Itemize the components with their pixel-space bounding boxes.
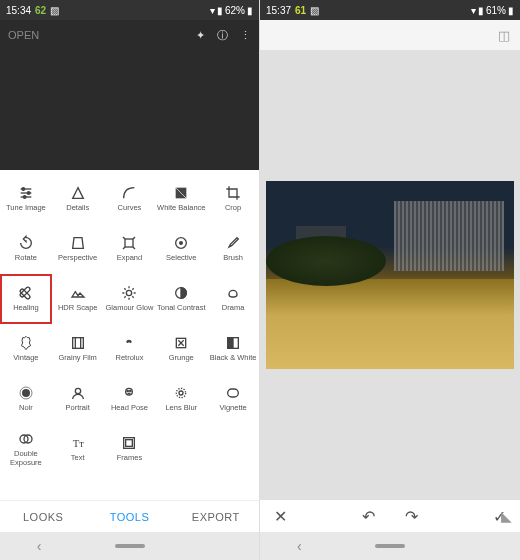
tool-expand[interactable]: Expand <box>104 224 156 274</box>
tool-frames[interactable]: Frames <box>104 424 156 474</box>
tool-tonal-contrast[interactable]: Tonal Contrast <box>155 274 207 324</box>
tool-curves[interactable]: Curves <box>104 174 156 224</box>
tool-label: Black & White <box>210 354 257 362</box>
tool-label: Curves <box>118 204 142 212</box>
film-icon <box>70 335 86 351</box>
tool-grainy-film[interactable]: Grainy Film <box>52 324 104 374</box>
overflow-icon[interactable]: ⋮ <box>240 29 251 42</box>
tool-vintage[interactable]: Vintage <box>0 324 52 374</box>
tool-text[interactable]: TтText <box>52 424 104 474</box>
wb-icon <box>173 185 189 201</box>
tool-label: Glamour Glow <box>106 304 154 312</box>
tab-export[interactable]: EXPORT <box>173 501 259 532</box>
grunge-icon <box>173 335 189 351</box>
status-time: 15:37 <box>266 5 291 16</box>
tool-tune-image[interactable]: Tune Image <box>0 174 52 224</box>
tool-brush[interactable]: Brush <box>207 224 259 274</box>
nav-back-icon[interactable]: ‹ <box>37 538 42 554</box>
tool-label: Grunge <box>169 354 194 362</box>
tonal-icon <box>173 285 189 301</box>
nav-home-icon[interactable] <box>375 544 405 548</box>
drama-icon <box>225 285 241 301</box>
tool-label: Tonal Contrast <box>157 304 205 312</box>
open-button[interactable]: OPEN <box>8 29 39 41</box>
tool-healing[interactable]: Healing <box>0 274 52 324</box>
brush-icon <box>225 235 241 251</box>
tool-label: White Balance <box>157 204 205 212</box>
tool-label: Head Pose <box>111 404 148 412</box>
action-bar: ✕ ↶ ↷ ✓ <box>260 500 520 532</box>
bw-icon <box>225 335 241 351</box>
svg-rect-14 <box>72 338 83 349</box>
bookmark-icon[interactable]: ◣ <box>501 508 512 524</box>
tool-head-pose[interactable]: Head Pose <box>104 374 156 424</box>
status-time: 15:34 <box>6 5 31 16</box>
svg-rect-19 <box>228 338 233 349</box>
autofix-icon[interactable]: ✦ <box>196 29 205 42</box>
redo-button[interactable]: ↷ <box>405 507 418 526</box>
compare-icon[interactable]: ◫ <box>498 28 510 43</box>
nav-home-icon[interactable] <box>115 544 145 548</box>
tool-drama[interactable]: Drama <box>207 274 259 324</box>
headpose-icon <box>121 385 137 401</box>
status-bar: 15:34 62 ▧ ▾ ▮ 62% ▮ <box>0 0 259 20</box>
tool-white-balance[interactable]: White Balance <box>155 174 207 224</box>
hdr-icon <box>70 285 86 301</box>
tool-grunge[interactable]: Grunge <box>155 324 207 374</box>
image-preview-empty <box>0 50 259 170</box>
tab-looks[interactable]: LOOKS <box>0 501 86 532</box>
svg-point-20 <box>22 389 30 397</box>
tool-label: Text <box>71 454 85 462</box>
tool-double-exposure[interactable]: Double Exposure <box>0 424 52 474</box>
tool-label: HDR Scape <box>58 304 98 312</box>
portrait-icon <box>70 385 86 401</box>
tool-black-white[interactable]: Black & White <box>207 324 259 374</box>
tool-label: Crop <box>225 204 241 212</box>
svg-rect-33 <box>126 440 133 447</box>
tool-label: Portrait <box>66 404 90 412</box>
cancel-button[interactable]: ✕ <box>274 507 287 526</box>
tool-label: Drama <box>222 304 245 312</box>
signal-icon: ▮ <box>217 5 223 16</box>
tool-label: Details <box>66 204 89 212</box>
tool-label: Noir <box>19 404 33 412</box>
photo-canvas[interactable] <box>266 181 514 369</box>
undo-button[interactable]: ↶ <box>362 507 375 526</box>
right-screen: 15:37 61 ▧ ▾ ▮ 61% ▮ ◫ <box>260 0 520 560</box>
tool-rotate[interactable]: Rotate <box>0 224 52 274</box>
noir-icon <box>18 385 34 401</box>
tool-label: Lens Blur <box>165 404 197 412</box>
tool-vignette[interactable]: Vignette <box>207 374 259 424</box>
tool-perspective[interactable]: Perspective <box>52 224 104 274</box>
double-icon <box>18 431 34 447</box>
curve-icon <box>121 185 137 201</box>
tool-selective[interactable]: Selective <box>155 224 207 274</box>
tool-retrolux[interactable]: Retrolux <box>104 324 156 374</box>
svg-point-22 <box>75 389 80 394</box>
tool-label: Double Exposure <box>0 450 52 467</box>
tool-glamour-glow[interactable]: Glamour Glow <box>104 274 156 324</box>
status-bar: 15:37 61 ▧ ▾ ▮ 61% ▮ <box>260 0 520 20</box>
lensblur-icon <box>173 385 189 401</box>
tool-label: Expand <box>117 254 142 262</box>
tool-hdr-scape[interactable]: HDR Scape <box>52 274 104 324</box>
tool-lens-blur[interactable]: Lens Blur <box>155 374 207 424</box>
info-icon[interactable]: ⓘ <box>217 28 228 43</box>
signal-icon: ▮ <box>478 5 484 16</box>
tool-label: Grainy Film <box>59 354 97 362</box>
svg-text:Tт: Tт <box>72 438 84 449</box>
tools-grid: Tune ImageDetailsCurvesWhite BalanceCrop… <box>0 170 259 500</box>
tool-portrait[interactable]: Portrait <box>52 374 104 424</box>
tool-details[interactable]: Details <box>52 174 104 224</box>
sliders-icon <box>18 185 34 201</box>
nav-back-icon[interactable]: ‹ <box>297 538 302 554</box>
nav-spacer <box>479 538 483 554</box>
tool-noir[interactable]: Noir <box>0 374 52 424</box>
vintage-icon <box>18 335 34 351</box>
svg-point-9 <box>180 242 183 245</box>
tab-tools[interactable]: TOOLS <box>86 501 172 532</box>
tool-crop[interactable]: Crop <box>207 174 259 224</box>
svg-point-26 <box>179 391 183 395</box>
triangle-icon <box>70 185 86 201</box>
svg-point-4 <box>27 192 30 195</box>
